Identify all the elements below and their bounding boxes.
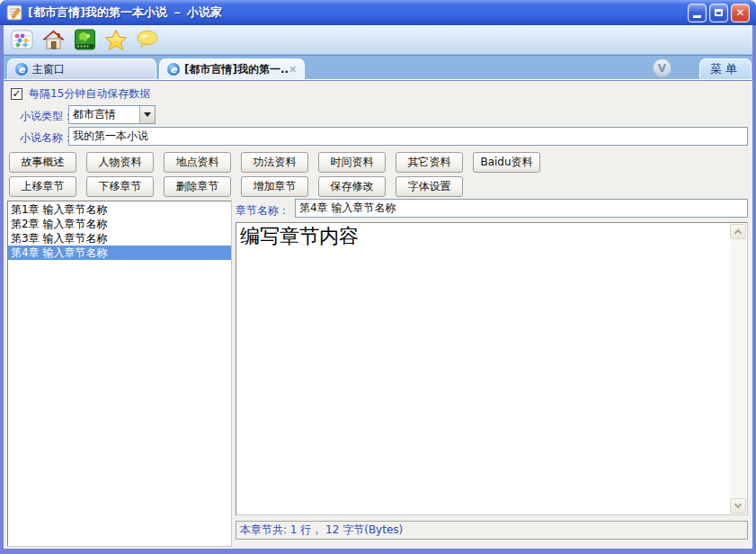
tab-bar: e 主窗口 e [都市言情]我的第一.. ✕ V 菜单	[4, 56, 752, 80]
status-bar: 本章节共: 1 行， 12 字节(Bytes)	[236, 521, 748, 540]
novel-type-label: 小说类型：	[20, 109, 74, 124]
app-notepad-icon	[6, 4, 22, 21]
save-changes-button[interactable]: 保存修改	[318, 176, 386, 197]
tab-label: [都市言情]我的第一..	[184, 62, 289, 77]
game-icon	[74, 29, 96, 50]
chapter-list-item[interactable]: 第1章 输入章节名称	[8, 202, 231, 217]
title-bar: [都市言情]我的第一本小说 － 小说家 ✕	[0, 0, 756, 25]
tab-label: 主窗口	[32, 62, 65, 77]
novel-type-value: 都市言情	[69, 107, 139, 122]
chat-icon: ~	[136, 29, 159, 50]
maximize-button[interactable]	[709, 4, 728, 22]
move-chapter-down-button[interactable]: 下移章节	[86, 176, 154, 197]
chapter-list-item[interactable]: 第2章 输入章节名称	[8, 217, 231, 231]
combo-arrow-button[interactable]	[139, 106, 155, 123]
maximize-icon	[715, 9, 723, 16]
app-window: [都市言情]我的第一本小说 － 小说家 ✕	[0, 0, 756, 554]
svg-text:~: ~	[146, 36, 149, 40]
chapter-content-text[interactable]: 编写章节内容	[240, 224, 727, 250]
game-toolbar-button[interactable]	[73, 28, 96, 51]
autosave-row: ✓ 每隔15分钟自动保存数据	[11, 86, 150, 102]
window-title: [都市言情]我的第一本小说 － 小说家	[28, 4, 222, 21]
novel-type-select[interactable]: 都市言情	[68, 105, 156, 124]
close-icon: ✕	[735, 7, 744, 18]
chapter-name-input[interactable]	[295, 199, 748, 218]
content-area: ✓ 每隔15分钟自动保存数据 小说类型： 都市言情 小说名称： 故事概述 人物资…	[4, 81, 752, 549]
tab-novel[interactable]: e [都市言情]我的第一.. ✕	[159, 58, 305, 79]
home-toolbar-button[interactable]	[41, 28, 65, 51]
editor-scrollbar[interactable]	[730, 224, 746, 514]
chapter-list-item[interactable]: 第4章 输入章节名称	[8, 246, 231, 260]
chapter-name-label: 章节名称：	[236, 203, 289, 219]
minimize-icon	[693, 15, 701, 18]
abacus-toolbar-button[interactable]	[10, 28, 33, 51]
favorites-toolbar-button[interactable]	[104, 28, 128, 51]
time-info-button[interactable]: 时间资料	[318, 152, 386, 173]
character-info-button[interactable]: 人物资料	[86, 152, 154, 173]
chat-toolbar-button[interactable]: ~	[136, 28, 159, 51]
novel-name-input[interactable]	[68, 127, 748, 146]
checkmark-icon: ✓	[12, 88, 21, 99]
chapter-button-row: 上移章节 下移章节 删除章节 增加章节 保存修改 字体设置	[9, 176, 463, 197]
menu-button[interactable]: 菜单	[699, 58, 752, 79]
skill-info-button[interactable]: 功法资料	[241, 152, 308, 173]
location-info-button[interactable]: 地点资料	[164, 152, 231, 173]
move-chapter-up-button[interactable]: 上移章节	[9, 176, 76, 197]
home-icon	[42, 29, 65, 50]
main-toolbar: ~	[4, 25, 752, 55]
delete-chapter-button[interactable]: 删除章节	[164, 176, 231, 197]
tab-dropdown-button[interactable]: V	[653, 58, 672, 77]
add-chapter-button[interactable]: 增加章节	[241, 176, 308, 197]
chapter-list-item[interactable]: 第3章 输入章节名称	[8, 231, 231, 246]
novel-name-label: 小说名称：	[20, 130, 74, 146]
star-icon	[104, 29, 128, 51]
autosave-label[interactable]: 每隔15分钟自动保存数据	[29, 86, 150, 102]
status-text: 本章节共: 1 行， 12 字节(Bytes)	[240, 523, 403, 538]
other-info-button[interactable]: 其它资料	[396, 152, 463, 173]
font-settings-button[interactable]: 字体设置	[396, 176, 463, 197]
chevron-down-icon	[734, 501, 742, 508]
scroll-down-button[interactable]	[730, 498, 746, 514]
ie-icon: e	[167, 63, 180, 76]
story-overview-button[interactable]: 故事概述	[9, 152, 76, 173]
chevron-up-icon	[734, 229, 742, 237]
scroll-up-button[interactable]	[730, 224, 746, 239]
abacus-icon	[11, 29, 33, 50]
tab-close-icon[interactable]: ✕	[289, 64, 297, 76]
chevron-down-icon	[144, 112, 151, 117]
resource-button-row: 故事概述 人物资料 地点资料 功法资料 时间资料 其它资料 Baidu资料	[9, 152, 540, 173]
ie-icon: e	[15, 63, 28, 76]
chapter-list: 第1章 输入章节名称 第2章 输入章节名称 第3章 输入章节名称 第4章 输入章…	[7, 201, 232, 547]
chapter-content-editor[interactable]: 编写章节内容	[236, 222, 748, 515]
tab-main-window[interactable]: e 主窗口	[7, 58, 156, 79]
baidu-info-button[interactable]: Baidu资料	[473, 152, 540, 173]
close-button[interactable]: ✕	[731, 4, 750, 22]
minimize-button[interactable]	[688, 4, 707, 22]
autosave-checkbox[interactable]: ✓	[11, 88, 22, 100]
